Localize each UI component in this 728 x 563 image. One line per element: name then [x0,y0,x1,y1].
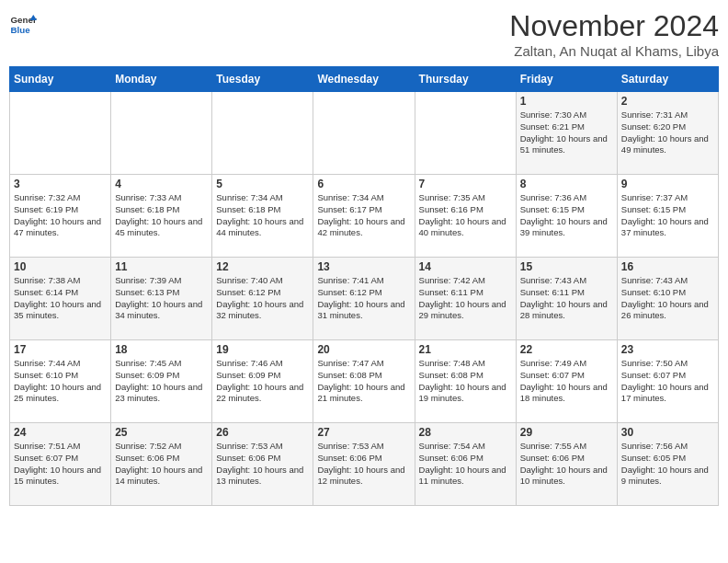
day-number: 30 [621,426,714,439]
day-header-saturday: Saturday [617,67,718,92]
day-number: 26 [216,426,309,439]
day-number: 24 [14,426,107,439]
day-number: 7 [419,178,512,190]
cell-content: Sunrise: 7:52 AM Sunset: 6:06 PM Dayligh… [115,441,208,488]
calendar-cell: 16Sunrise: 7:43 AM Sunset: 6:10 PM Dayli… [617,258,718,340]
cell-content: Sunrise: 7:32 AM Sunset: 6:19 PM Dayligh… [14,192,107,239]
cell-content: Sunrise: 7:46 AM Sunset: 6:09 PM Dayligh… [216,358,309,405]
cell-content: Sunrise: 7:47 AM Sunset: 6:08 PM Dayligh… [317,358,410,405]
calendar-cell: 4Sunrise: 7:33 AM Sunset: 6:18 PM Daylig… [111,175,212,258]
cell-content: Sunrise: 7:33 AM Sunset: 6:18 PM Dayligh… [115,192,208,239]
calendar-cell: 5Sunrise: 7:34 AM Sunset: 6:18 PM Daylig… [212,175,313,258]
calendar-cell: 14Sunrise: 7:42 AM Sunset: 6:11 PM Dayli… [415,258,516,340]
calendar-cell: 23Sunrise: 7:50 AM Sunset: 6:07 PM Dayli… [617,340,718,423]
day-number: 17 [14,343,107,356]
cell-content: Sunrise: 7:41 AM Sunset: 6:12 PM Dayligh… [317,275,410,322]
day-header-monday: Monday [111,67,212,92]
cell-content: Sunrise: 7:31 AM Sunset: 6:20 PM Dayligh… [621,109,714,156]
calendar-cell: 12Sunrise: 7:40 AM Sunset: 6:12 PM Dayli… [212,258,313,340]
day-number: 4 [115,178,208,190]
week-row-2: 3Sunrise: 7:32 AM Sunset: 6:19 PM Daylig… [10,175,719,258]
day-number: 6 [317,178,410,190]
day-number: 18 [115,343,208,356]
week-row-1: 1Sunrise: 7:30 AM Sunset: 6:21 PM Daylig… [10,92,719,175]
day-number: 1 [520,95,613,108]
calendar-cell [313,92,415,175]
logo-icon: General Blue [9,9,37,37]
cell-content: Sunrise: 7:42 AM Sunset: 6:11 PM Dayligh… [419,275,512,322]
calendar-cell: 17Sunrise: 7:44 AM Sunset: 6:10 PM Dayli… [10,340,111,423]
cell-content: Sunrise: 7:53 AM Sunset: 6:06 PM Dayligh… [216,441,309,488]
calendar-cell: 21Sunrise: 7:48 AM Sunset: 6:08 PM Dayli… [415,340,516,423]
calendar-cell [415,92,516,175]
page-header: General Blue November 2024 Zaltan, An Nu… [9,9,719,59]
calendar-cell: 18Sunrise: 7:45 AM Sunset: 6:09 PM Dayli… [111,340,212,423]
calendar-cell: 9Sunrise: 7:37 AM Sunset: 6:15 PM Daylig… [617,175,718,258]
day-number: 3 [14,178,107,190]
cell-content: Sunrise: 7:35 AM Sunset: 6:16 PM Dayligh… [419,192,512,239]
cell-content: Sunrise: 7:38 AM Sunset: 6:14 PM Dayligh… [14,275,107,322]
day-number: 25 [115,426,208,439]
calendar-cell [111,92,212,175]
day-number: 20 [317,343,410,356]
day-number: 19 [216,343,309,356]
logo: General Blue [9,9,37,37]
calendar-cell: 6Sunrise: 7:34 AM Sunset: 6:17 PM Daylig… [313,175,415,258]
day-header-thursday: Thursday [415,67,516,92]
day-number: 9 [621,178,714,190]
day-number: 23 [621,343,714,356]
day-header-tuesday: Tuesday [212,67,313,92]
calendar-cell: 10Sunrise: 7:38 AM Sunset: 6:14 PM Dayli… [10,258,111,340]
calendar-cell [212,92,313,175]
calendar-cell [10,92,111,175]
week-row-5: 24Sunrise: 7:51 AM Sunset: 6:07 PM Dayli… [10,423,719,506]
day-header-friday: Friday [516,67,617,92]
month-year: November 2024 [509,9,719,43]
cell-content: Sunrise: 7:51 AM Sunset: 6:07 PM Dayligh… [14,441,107,488]
cell-content: Sunrise: 7:44 AM Sunset: 6:10 PM Dayligh… [14,358,107,405]
cell-content: Sunrise: 7:54 AM Sunset: 6:06 PM Dayligh… [419,441,512,488]
calendar-cell: 2Sunrise: 7:31 AM Sunset: 6:20 PM Daylig… [617,92,718,175]
day-header-wednesday: Wednesday [313,67,415,92]
cell-content: Sunrise: 7:53 AM Sunset: 6:06 PM Dayligh… [317,441,410,488]
day-number: 21 [419,343,512,356]
calendar-cell: 13Sunrise: 7:41 AM Sunset: 6:12 PM Dayli… [313,258,415,340]
title-block: November 2024 Zaltan, An Nuqat al Khams,… [509,9,719,59]
calendar-cell: 20Sunrise: 7:47 AM Sunset: 6:08 PM Dayli… [313,340,415,423]
calendar-cell: 25Sunrise: 7:52 AM Sunset: 6:06 PM Dayli… [111,423,212,506]
cell-content: Sunrise: 7:48 AM Sunset: 6:08 PM Dayligh… [419,358,512,405]
cell-content: Sunrise: 7:49 AM Sunset: 6:07 PM Dayligh… [520,358,613,405]
day-number: 16 [621,260,714,273]
week-row-3: 10Sunrise: 7:38 AM Sunset: 6:14 PM Dayli… [10,258,719,340]
location: Zaltan, An Nuqat al Khams, Libya [509,43,719,59]
day-header-sunday: Sunday [10,67,111,92]
day-number: 10 [14,260,107,273]
calendar-cell: 1Sunrise: 7:30 AM Sunset: 6:21 PM Daylig… [516,92,617,175]
calendar-cell: 11Sunrise: 7:39 AM Sunset: 6:13 PM Dayli… [111,258,212,340]
cell-content: Sunrise: 7:34 AM Sunset: 6:17 PM Dayligh… [317,192,410,239]
cell-content: Sunrise: 7:45 AM Sunset: 6:09 PM Dayligh… [115,358,208,405]
cell-content: Sunrise: 7:36 AM Sunset: 6:15 PM Dayligh… [520,192,613,239]
calendar-table: SundayMondayTuesdayWednesdayThursdayFrid… [9,66,719,506]
day-number: 22 [520,343,613,356]
calendar-cell: 28Sunrise: 7:54 AM Sunset: 6:06 PM Dayli… [415,423,516,506]
calendar-cell: 19Sunrise: 7:46 AM Sunset: 6:09 PM Dayli… [212,340,313,423]
calendar-cell: 8Sunrise: 7:36 AM Sunset: 6:15 PM Daylig… [516,175,617,258]
day-number: 29 [520,426,613,439]
cell-content: Sunrise: 7:50 AM Sunset: 6:07 PM Dayligh… [621,358,714,405]
calendar-cell: 7Sunrise: 7:35 AM Sunset: 6:16 PM Daylig… [415,175,516,258]
cell-content: Sunrise: 7:37 AM Sunset: 6:15 PM Dayligh… [621,192,714,239]
cell-content: Sunrise: 7:55 AM Sunset: 6:06 PM Dayligh… [520,441,613,488]
calendar-cell: 29Sunrise: 7:55 AM Sunset: 6:06 PM Dayli… [516,423,617,506]
day-number: 15 [520,260,613,273]
cell-content: Sunrise: 7:43 AM Sunset: 6:10 PM Dayligh… [621,275,714,322]
calendar-cell: 30Sunrise: 7:56 AM Sunset: 6:05 PM Dayli… [617,423,718,506]
calendar-cell: 26Sunrise: 7:53 AM Sunset: 6:06 PM Dayli… [212,423,313,506]
day-number: 5 [216,178,309,190]
day-number: 12 [216,260,309,273]
calendar-cell: 24Sunrise: 7:51 AM Sunset: 6:07 PM Dayli… [10,423,111,506]
day-number: 11 [115,260,208,273]
calendar-cell: 27Sunrise: 7:53 AM Sunset: 6:06 PM Dayli… [313,423,415,506]
day-number: 14 [419,260,512,273]
day-number: 8 [520,178,613,190]
